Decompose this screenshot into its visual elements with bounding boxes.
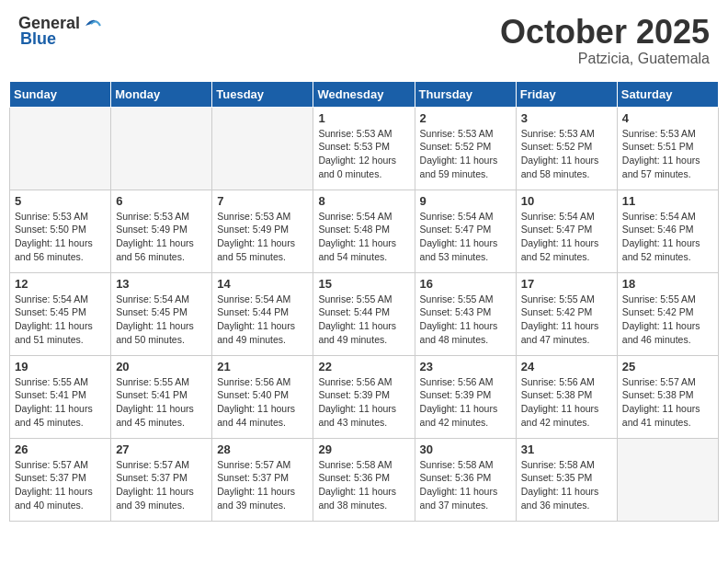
day-number: 8: [318, 194, 409, 208]
calendar-cell: [111, 107, 212, 190]
day-info: Sunrise: 5:55 AM Sunset: 5:43 PM Dayligh…: [420, 293, 511, 347]
day-number: 6: [116, 194, 207, 208]
day-info: Sunrise: 5:53 AM Sunset: 5:52 PM Dayligh…: [521, 127, 612, 181]
day-number: 21: [217, 360, 308, 373]
calendar-cell: 6Sunrise: 5:53 AM Sunset: 5:49 PM Daylig…: [111, 190, 212, 272]
day-number: 4: [622, 111, 713, 125]
day-info: Sunrise: 5:54 AM Sunset: 5:48 PM Dayligh…: [318, 210, 409, 264]
day-number: 19: [15, 360, 106, 373]
day-info: Sunrise: 5:56 AM Sunset: 5:38 PM Dayligh…: [521, 375, 612, 430]
weekday-header-monday: Monday: [111, 81, 212, 107]
logo: General Blue: [18, 14, 102, 49]
calendar-cell: 18Sunrise: 5:55 AM Sunset: 5:42 PM Dayli…: [617, 272, 718, 355]
calendar-cell: 21Sunrise: 5:56 AM Sunset: 5:40 PM Dayli…: [212, 355, 313, 438]
week-row-1: 1Sunrise: 5:53 AM Sunset: 5:53 PM Daylig…: [10, 107, 719, 190]
day-info: Sunrise: 5:53 AM Sunset: 5:50 PM Dayligh…: [15, 210, 106, 264]
day-number: 9: [420, 194, 511, 208]
calendar-cell: 9Sunrise: 5:54 AM Sunset: 5:47 PM Daylig…: [415, 190, 516, 272]
day-info: Sunrise: 5:58 AM Sunset: 5:35 PM Dayligh…: [521, 458, 612, 512]
calendar-cell: 28Sunrise: 5:57 AM Sunset: 5:37 PM Dayli…: [212, 438, 313, 521]
day-number: 27: [116, 442, 207, 456]
calendar-cell: 7Sunrise: 5:53 AM Sunset: 5:49 PM Daylig…: [212, 190, 313, 272]
day-number: 28: [217, 442, 308, 456]
calendar-cell: 26Sunrise: 5:57 AM Sunset: 5:37 PM Dayli…: [10, 438, 111, 521]
calendar-cell: 24Sunrise: 5:56 AM Sunset: 5:38 PM Dayli…: [516, 355, 617, 438]
day-number: 7: [217, 194, 308, 208]
page-header: General Blue October 2025 Patzicia, Guat…: [9, 9, 719, 72]
weekday-header-thursday: Thursday: [415, 81, 516, 107]
day-info: Sunrise: 5:58 AM Sunset: 5:36 PM Dayligh…: [318, 458, 409, 512]
day-number: 22: [318, 360, 409, 373]
day-number: 11: [622, 194, 713, 208]
calendar-table: SundayMondayTuesdayWednesdayThursdayFrid…: [9, 81, 719, 522]
day-number: 2: [420, 111, 511, 125]
calendar-cell: [10, 107, 111, 190]
calendar-cell: 13Sunrise: 5:54 AM Sunset: 5:45 PM Dayli…: [111, 272, 212, 355]
day-info: Sunrise: 5:54 AM Sunset: 5:44 PM Dayligh…: [217, 293, 308, 347]
day-info: Sunrise: 5:53 AM Sunset: 5:49 PM Dayligh…: [116, 210, 207, 264]
week-row-4: 19Sunrise: 5:55 AM Sunset: 5:41 PM Dayli…: [10, 355, 719, 438]
calendar-cell: 4Sunrise: 5:53 AM Sunset: 5:51 PM Daylig…: [617, 107, 718, 190]
day-info: Sunrise: 5:56 AM Sunset: 5:40 PM Dayligh…: [217, 375, 308, 430]
day-number: 23: [420, 360, 511, 373]
calendar-cell: 10Sunrise: 5:54 AM Sunset: 5:47 PM Dayli…: [516, 190, 617, 272]
day-number: 10: [521, 194, 612, 208]
calendar-cell: 8Sunrise: 5:54 AM Sunset: 5:48 PM Daylig…: [313, 190, 415, 272]
logo-icon: [82, 13, 102, 33]
calendar-cell: 12Sunrise: 5:54 AM Sunset: 5:45 PM Dayli…: [10, 272, 111, 355]
day-info: Sunrise: 5:55 AM Sunset: 5:41 PM Dayligh…: [116, 375, 207, 430]
day-info: Sunrise: 5:53 AM Sunset: 5:49 PM Dayligh…: [217, 210, 308, 264]
day-number: 31: [521, 442, 612, 456]
calendar-cell: 3Sunrise: 5:53 AM Sunset: 5:52 PM Daylig…: [516, 107, 617, 190]
calendar-cell: 29Sunrise: 5:58 AM Sunset: 5:36 PM Dayli…: [313, 438, 415, 521]
day-number: 17: [521, 277, 612, 291]
day-info: Sunrise: 5:56 AM Sunset: 5:39 PM Dayligh…: [420, 375, 511, 430]
day-number: 14: [217, 277, 308, 291]
day-info: Sunrise: 5:57 AM Sunset: 5:38 PM Dayligh…: [622, 375, 713, 430]
calendar-cell: 30Sunrise: 5:58 AM Sunset: 5:36 PM Dayli…: [415, 438, 516, 521]
day-number: 12: [15, 277, 106, 291]
day-info: Sunrise: 5:55 AM Sunset: 5:44 PM Dayligh…: [318, 293, 409, 347]
day-number: 29: [318, 442, 409, 456]
day-info: Sunrise: 5:55 AM Sunset: 5:41 PM Dayligh…: [15, 375, 106, 430]
calendar-cell: 31Sunrise: 5:58 AM Sunset: 5:35 PM Dayli…: [516, 438, 617, 521]
calendar-cell: 11Sunrise: 5:54 AM Sunset: 5:46 PM Dayli…: [617, 190, 718, 272]
day-info: Sunrise: 5:55 AM Sunset: 5:42 PM Dayligh…: [521, 293, 612, 347]
day-number: 16: [420, 277, 511, 291]
weekday-header-tuesday: Tuesday: [212, 81, 313, 107]
calendar-cell: 17Sunrise: 5:55 AM Sunset: 5:42 PM Dayli…: [516, 272, 617, 355]
day-number: 25: [622, 360, 713, 373]
calendar-cell: 15Sunrise: 5:55 AM Sunset: 5:44 PM Dayli…: [313, 272, 415, 355]
calendar-cell: 23Sunrise: 5:56 AM Sunset: 5:39 PM Dayli…: [415, 355, 516, 438]
day-number: 20: [116, 360, 207, 373]
day-number: 13: [116, 277, 207, 291]
day-number: 5: [15, 194, 106, 208]
week-row-5: 26Sunrise: 5:57 AM Sunset: 5:37 PM Dayli…: [10, 438, 719, 521]
calendar-cell: 25Sunrise: 5:57 AM Sunset: 5:38 PM Dayli…: [617, 355, 718, 438]
day-number: 24: [521, 360, 612, 373]
calendar-cell: 22Sunrise: 5:56 AM Sunset: 5:39 PM Dayli…: [313, 355, 415, 438]
day-info: Sunrise: 5:57 AM Sunset: 5:37 PM Dayligh…: [217, 458, 308, 512]
calendar-cell: [212, 107, 313, 190]
location-title: Patzicia, Guatemala: [500, 51, 710, 67]
day-number: 15: [318, 277, 409, 291]
day-info: Sunrise: 5:54 AM Sunset: 5:45 PM Dayligh…: [116, 293, 207, 347]
month-title: October 2025: [500, 14, 710, 51]
day-info: Sunrise: 5:53 AM Sunset: 5:51 PM Dayligh…: [622, 127, 713, 181]
week-row-2: 5Sunrise: 5:53 AM Sunset: 5:50 PM Daylig…: [10, 190, 719, 272]
calendar-cell: 2Sunrise: 5:53 AM Sunset: 5:52 PM Daylig…: [415, 107, 516, 190]
day-info: Sunrise: 5:53 AM Sunset: 5:53 PM Dayligh…: [318, 127, 409, 181]
day-number: 26: [15, 442, 106, 456]
weekday-header-friday: Friday: [516, 81, 617, 107]
day-info: Sunrise: 5:58 AM Sunset: 5:36 PM Dayligh…: [420, 458, 511, 512]
day-info: Sunrise: 5:54 AM Sunset: 5:46 PM Dayligh…: [622, 210, 713, 264]
title-block: October 2025 Patzicia, Guatemala: [500, 14, 710, 67]
calendar-cell: 5Sunrise: 5:53 AM Sunset: 5:50 PM Daylig…: [10, 190, 111, 272]
calendar-cell: 19Sunrise: 5:55 AM Sunset: 5:41 PM Dayli…: [10, 355, 111, 438]
calendar-cell: 20Sunrise: 5:55 AM Sunset: 5:41 PM Dayli…: [111, 355, 212, 438]
day-info: Sunrise: 5:57 AM Sunset: 5:37 PM Dayligh…: [116, 458, 207, 512]
week-row-3: 12Sunrise: 5:54 AM Sunset: 5:45 PM Dayli…: [10, 272, 719, 355]
day-number: 30: [420, 442, 511, 456]
day-number: 18: [622, 277, 713, 291]
day-info: Sunrise: 5:53 AM Sunset: 5:52 PM Dayligh…: [420, 127, 511, 181]
